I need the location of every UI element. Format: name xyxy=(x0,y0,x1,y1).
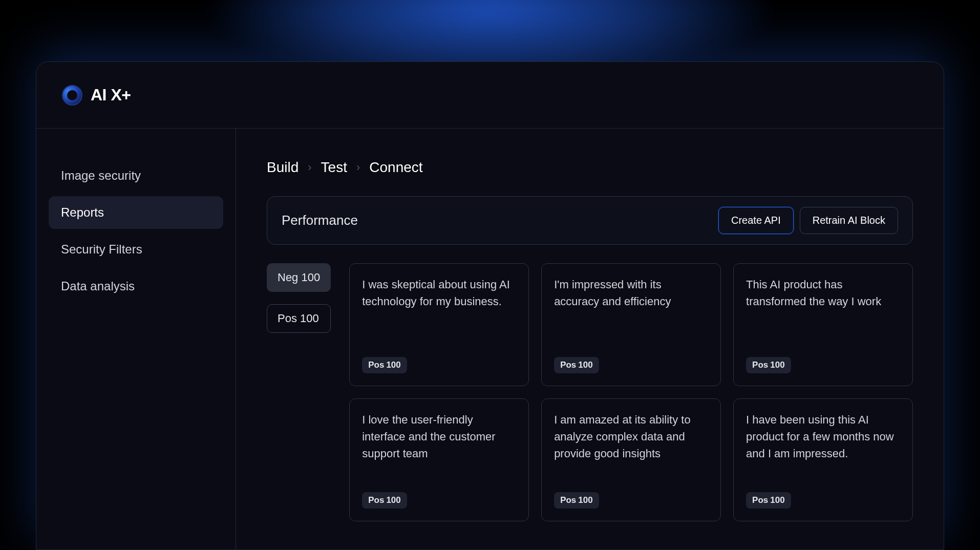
card-tag-value: 100 xyxy=(770,360,784,370)
main-content: Build › Test › Connect Performance Creat… xyxy=(236,129,944,549)
card-tag-value: 100 xyxy=(578,360,592,370)
retrain-ai-block-button[interactable]: Retrain AI Block xyxy=(800,207,898,234)
feedback-card[interactable]: I was skeptical about using AI technolog… xyxy=(349,263,529,386)
sidebar: Image security Reports Security Filters … xyxy=(36,129,236,549)
card-tag: Pos100 xyxy=(746,357,791,373)
card-tag: Pos100 xyxy=(746,492,791,509)
card-text: I was skeptical about using AI technolog… xyxy=(362,276,516,310)
card-text: I have been using this AI product for a … xyxy=(746,411,900,462)
app-logo: AI X+ xyxy=(62,85,131,105)
panel-title: Performance xyxy=(282,213,358,228)
card-tag-value: 100 xyxy=(386,495,400,505)
card-tag-value: 100 xyxy=(386,360,400,370)
sidebar-item-security-filters[interactable]: Security Filters xyxy=(49,233,223,266)
app-window: AI X+ Image security Reports Security Fi… xyxy=(36,61,944,550)
performance-panel: Performance Create API Retrain AI Block xyxy=(267,196,913,245)
card-tag-label: Pos xyxy=(752,360,768,370)
card-text: This AI product has transformed the way … xyxy=(746,276,900,310)
create-api-button[interactable]: Create API xyxy=(718,207,794,234)
feedback-card[interactable]: I am amazed at its ability to analyze co… xyxy=(541,398,721,521)
card-text: I love the user-friendly interface and t… xyxy=(362,411,516,462)
card-tag: Pos100 xyxy=(362,492,407,509)
card-tag-value: 100 xyxy=(770,495,784,505)
filter-neg[interactable]: Neg 100 xyxy=(267,263,331,292)
chevron-right-icon: › xyxy=(356,161,360,174)
card-tag: Pos100 xyxy=(554,492,599,509)
feedback-card[interactable]: I have been using this AI product for a … xyxy=(733,398,913,521)
sidebar-item-reports[interactable]: Reports xyxy=(49,196,223,229)
sidebar-item-data-analysis[interactable]: Data analysis xyxy=(49,270,223,303)
feedback-card[interactable]: This AI product has transformed the way … xyxy=(733,263,913,386)
card-tag-label: Pos xyxy=(560,495,576,505)
filter-pos-label: Pos xyxy=(278,312,297,325)
card-tag-label: Pos xyxy=(368,360,384,370)
card-tag: Pos100 xyxy=(362,357,407,373)
cards-grid: I was skeptical about using AI technolog… xyxy=(349,263,913,521)
feedback-card[interactable]: I love the user-friendly interface and t… xyxy=(349,398,529,521)
filter-pos[interactable]: Pos 100 xyxy=(267,304,331,333)
card-tag-label: Pos xyxy=(368,495,384,505)
logo-icon xyxy=(62,85,82,105)
panel-actions: Create API Retrain AI Block xyxy=(718,207,898,234)
sidebar-item-image-security[interactable]: Image security xyxy=(49,159,223,192)
card-tag: Pos100 xyxy=(554,357,599,373)
feedback-card[interactable]: I'm impressed with its accuracy and effi… xyxy=(541,263,721,386)
breadcrumb-build[interactable]: Build xyxy=(267,159,299,176)
app-name: AI X+ xyxy=(91,86,131,104)
breadcrumb: Build › Test › Connect xyxy=(267,159,913,176)
filter-neg-label: Neg xyxy=(278,271,298,284)
chevron-right-icon: › xyxy=(308,161,311,174)
app-body: Image security Reports Security Filters … xyxy=(36,129,944,549)
card-text: I'm impressed with its accuracy and effi… xyxy=(554,276,708,310)
card-tag-value: 100 xyxy=(578,495,592,505)
breadcrumb-connect[interactable]: Connect xyxy=(369,159,422,176)
card-tag-label: Pos xyxy=(560,360,576,370)
content-row: Neg 100 Pos 100 I was skeptical about us… xyxy=(267,263,913,521)
titlebar: AI X+ xyxy=(36,62,944,129)
filter-neg-value: 100 xyxy=(301,271,320,284)
filter-pos-value: 100 xyxy=(300,312,319,325)
card-tag-label: Pos xyxy=(752,495,768,505)
breadcrumb-test[interactable]: Test xyxy=(321,159,347,176)
card-text: I am amazed at its ability to analyze co… xyxy=(554,411,708,462)
filter-column: Neg 100 Pos 100 xyxy=(267,263,331,521)
